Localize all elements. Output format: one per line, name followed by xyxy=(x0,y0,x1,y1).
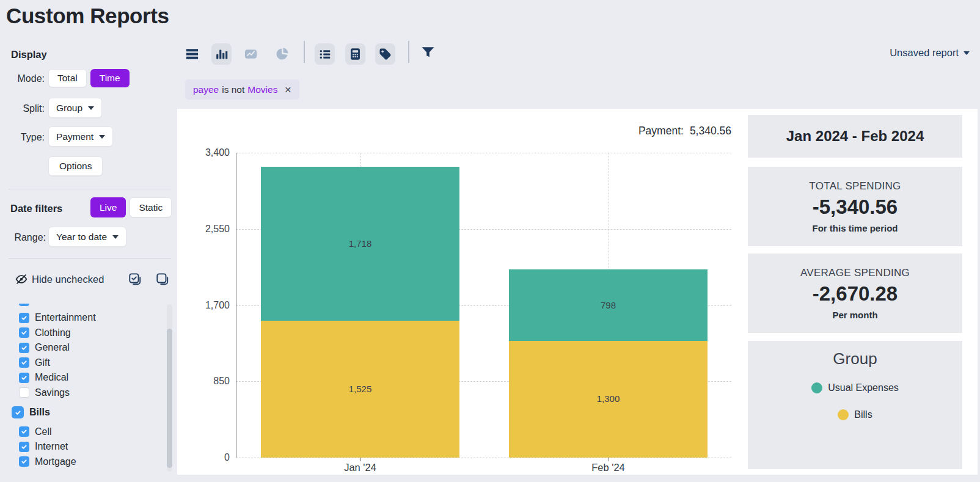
y-axis-tick-label: 1,700 xyxy=(180,299,230,312)
category-filter-list: EntertainmentClothingGeneralGiftMedicalS… xyxy=(0,310,166,469)
date-static-button[interactable]: Static xyxy=(130,197,172,217)
category-row-internet[interactable]: Internet xyxy=(0,439,166,455)
type-value: Payment xyxy=(56,131,93,142)
y-axis-tick-label: 3,400 xyxy=(180,147,230,159)
calculator-icon[interactable] xyxy=(345,43,365,65)
category-row-gift[interactable]: Gift xyxy=(0,356,166,371)
chip-value: Movies xyxy=(247,84,277,95)
category-label: Gift xyxy=(35,357,50,368)
checkbox-checked[interactable] xyxy=(19,373,29,383)
bar-value-label: 798 xyxy=(509,269,708,341)
legend-color-dot xyxy=(811,382,822,393)
category-row-bills[interactable]: Bills xyxy=(0,405,166,420)
mode-time-button[interactable]: Time xyxy=(90,69,130,87)
y-axis-tick-label: 850 xyxy=(180,375,230,387)
legend-label: Usual Expenses xyxy=(828,382,899,393)
category-label: Cell xyxy=(35,426,52,437)
category-row-medical[interactable]: Medical xyxy=(0,370,166,385)
range-dropdown[interactable]: Year to date xyxy=(48,227,126,247)
checkbox-checked[interactable] xyxy=(19,327,29,338)
split-value: Group xyxy=(56,103,82,114)
legend-label: Bills xyxy=(854,409,872,420)
total-spending-card: TOTAL SPENDING -5,340.56 For this time p… xyxy=(748,167,962,246)
mode-label: Mode: xyxy=(0,73,45,84)
checkbox-checked[interactable] xyxy=(12,406,24,418)
page-title: Custom Reports xyxy=(6,4,169,28)
report-menu-dropdown[interactable]: Unsaved report xyxy=(890,47,970,59)
menu-icon[interactable] xyxy=(185,47,199,61)
list-view-icon[interactable] xyxy=(315,43,335,65)
legend-color-dot xyxy=(838,409,849,420)
report-menu-label: Unsaved report xyxy=(890,47,959,59)
select-all-icon[interactable] xyxy=(128,272,142,288)
stat-subtitle: For this time period xyxy=(812,223,898,233)
split-label: Split: xyxy=(0,103,45,114)
filter-icon[interactable] xyxy=(420,45,436,60)
category-label: Mortgage xyxy=(35,456,76,467)
category-label: Clothing xyxy=(35,327,71,338)
checkbox-checked[interactable] xyxy=(19,357,29,368)
category-label: Medical xyxy=(35,372,68,383)
checkbox-unchecked[interactable] xyxy=(19,387,29,398)
line-chart-icon[interactable] xyxy=(244,47,258,61)
divider xyxy=(9,258,171,259)
legend-item-bills: Bills xyxy=(748,407,962,422)
category-label: Savings xyxy=(35,387,70,398)
pie-chart-icon[interactable] xyxy=(275,46,290,61)
scrollbar-thumb[interactable] xyxy=(167,329,172,468)
x-axis-tick-label: Feb '24 xyxy=(566,462,651,473)
display-section-heading: Display xyxy=(11,49,47,60)
stat-title: TOTAL SPENDING xyxy=(809,180,901,192)
x-axis-tick xyxy=(360,458,361,461)
tags-icon[interactable] xyxy=(375,43,395,65)
y-axis-tick-label: 2,550 xyxy=(180,223,230,235)
legend-card: Group Usual ExpensesBills xyxy=(748,341,962,469)
close-icon[interactable]: ✕ xyxy=(284,85,291,95)
category-row-entertainment[interactable]: Entertainment xyxy=(0,310,166,326)
y-axis-tick-label: 0 xyxy=(180,451,230,464)
checkbox-checked[interactable] xyxy=(19,313,29,323)
bar-value-label: 1,300 xyxy=(509,341,708,458)
category-row-general[interactable]: General xyxy=(0,340,166,356)
options-button[interactable]: Options xyxy=(48,156,103,176)
category-row-mortgage[interactable]: Mortgage xyxy=(0,455,166,470)
hide-unchecked-label[interactable]: Hide unchecked xyxy=(32,274,104,285)
deselect-all-icon[interactable] xyxy=(156,272,169,288)
filter-condition-chip[interactable]: payee is not Movies ✕ xyxy=(185,79,299,100)
custom-reports-page: Custom Reports Display Mode: Total Time … xyxy=(0,0,980,482)
mode-total-button[interactable]: Total xyxy=(48,69,87,87)
date-live-button[interactable]: Live xyxy=(90,197,126,217)
type-dropdown[interactable]: Payment xyxy=(48,126,113,147)
bar-chart-icon[interactable] xyxy=(211,43,232,65)
date-filters-heading: Date filters xyxy=(10,203,62,214)
chevron-down-icon xyxy=(88,106,94,110)
legend-title: Group xyxy=(748,349,962,368)
x-axis-tick-label: Jan '24 xyxy=(318,462,403,473)
chevron-down-icon xyxy=(112,235,119,239)
checkbox-checked[interactable] xyxy=(19,442,29,452)
eye-off-icon[interactable] xyxy=(15,272,28,288)
payment-label: Payment: xyxy=(638,125,684,137)
stat-subtitle: Per month xyxy=(832,310,877,320)
category-label: General xyxy=(35,342,70,353)
legend-rows: Usual ExpensesBills xyxy=(748,381,962,422)
hovered-total-readout: Payment: 5,340.56 xyxy=(638,125,731,137)
chip-operator: is not xyxy=(222,84,244,95)
clipped-checkbox xyxy=(19,304,29,306)
checkbox-checked[interactable] xyxy=(19,426,29,437)
bar-value-label: 1,525 xyxy=(261,321,459,458)
gridline xyxy=(236,153,731,153)
category-row-clothing[interactable]: Clothing xyxy=(0,326,166,341)
category-row-cell[interactable]: Cell xyxy=(0,425,166,440)
checkbox-checked[interactable] xyxy=(19,456,29,467)
chip-field: payee xyxy=(193,84,219,95)
checkbox-checked[interactable] xyxy=(19,343,29,353)
split-dropdown[interactable]: Group xyxy=(48,98,102,118)
category-label: Internet xyxy=(35,441,68,452)
category-label: Bills xyxy=(29,407,50,418)
category-row-savings[interactable]: Savings xyxy=(0,385,166,401)
toolbar-divider xyxy=(408,41,409,63)
stat-value: -5,340.56 xyxy=(813,195,898,219)
bar-value-label: 1,718 xyxy=(261,167,459,321)
legend-item-usual-expenses: Usual Expenses xyxy=(748,381,962,395)
